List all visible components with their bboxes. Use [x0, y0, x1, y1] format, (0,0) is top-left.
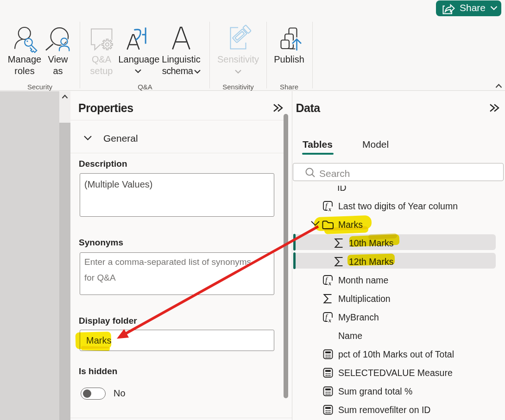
- svg-text:x: x: [328, 280, 331, 287]
- svg-text:x: x: [328, 206, 331, 213]
- svg-text:x: x: [328, 317, 331, 324]
